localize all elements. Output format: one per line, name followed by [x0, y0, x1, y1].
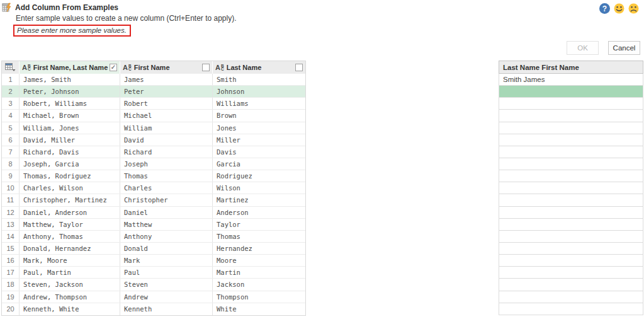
table-cell[interactable]: Andrew: [120, 291, 213, 303]
table-cell[interactable]: Thomas, Rodriguez: [20, 170, 120, 182]
example-value-cell[interactable]: Smith James: [499, 74, 643, 86]
example-value-cell[interactable]: [499, 146, 643, 158]
example-value-cell[interactable]: [499, 110, 643, 122]
table-cell[interactable]: Davis: [213, 146, 305, 158]
ok-button[interactable]: OK: [567, 41, 599, 55]
table-cell[interactable]: Donald, Hernandez: [20, 243, 120, 254]
table-cell[interactable]: Johnson: [213, 86, 305, 97]
example-value-cell[interactable]: [499, 303, 643, 315]
table-cell[interactable]: Mark: [120, 255, 213, 266]
row-number: 14: [2, 231, 20, 242]
feedback-icons: ?: [599, 3, 639, 14]
table-cell[interactable]: Robert, Williams: [20, 98, 120, 109]
table-cell[interactable]: Peter: [120, 86, 213, 97]
table-cell[interactable]: William, Jones: [20, 122, 120, 134]
example-value-cell[interactable]: [499, 291, 643, 303]
table-cell[interactable]: Jones: [213, 122, 305, 134]
table-cell[interactable]: Peter, Johnson: [20, 86, 120, 97]
table-cell[interactable]: Steven, Jackson: [20, 279, 120, 290]
example-value-cell[interactable]: [499, 231, 643, 243]
table-cell[interactable]: Kenneth, White: [20, 303, 120, 315]
table-cell[interactable]: Moore: [213, 255, 305, 266]
happy-face-icon[interactable]: [614, 3, 624, 14]
table-cell[interactable]: Richard: [120, 146, 213, 158]
table-cell[interactable]: Anderson: [213, 207, 305, 218]
table-cell[interactable]: Martin: [213, 267, 305, 278]
table-cell[interactable]: Anthony, Thomas: [20, 231, 120, 242]
column-checkbox[interactable]: [202, 64, 210, 71]
table-cell[interactable]: Matthew, Taylor: [20, 219, 120, 230]
table-cell[interactable]: Miller: [213, 134, 305, 146]
table-cell[interactable]: Joseph, Garcia: [20, 158, 120, 170]
table-cell[interactable]: Thompson: [213, 291, 305, 303]
example-value-cell[interactable]: [499, 255, 643, 267]
table-cell[interactable]: Taylor: [213, 219, 305, 230]
table-cell[interactable]: Brown: [213, 110, 305, 121]
column-checkbox[interactable]: [110, 64, 117, 71]
table-cell[interactable]: Thomas: [213, 231, 305, 242]
example-value-cell[interactable]: [499, 122, 643, 134]
example-value-cell[interactable]: [499, 182, 643, 194]
example-value-cell[interactable]: [499, 158, 643, 170]
example-value-cell[interactable]: [499, 86, 643, 98]
table-cell[interactable]: Daniel: [120, 207, 213, 218]
table-cell[interactable]: Anthony: [120, 231, 213, 242]
table-cell[interactable]: Hernandez: [213, 243, 305, 254]
table-cell[interactable]: Joseph: [120, 158, 213, 170]
table-row: 11 Christopher, Martinez Christopher Mar…: [2, 194, 305, 206]
row-number: 17: [2, 267, 20, 278]
table-cell[interactable]: Paul, Martin: [20, 267, 120, 278]
column-header[interactable]: ABC First Name: [120, 61, 213, 74]
table-row: 19 Andrew, Thompson Andrew Thompson: [2, 291, 305, 303]
table-cell[interactable]: Wilson: [213, 182, 305, 194]
table-cell[interactable]: Matthew: [120, 219, 213, 230]
table-cell[interactable]: David, Miller: [20, 134, 120, 146]
table-cell[interactable]: Andrew, Thompson: [20, 291, 120, 303]
table-cell[interactable]: Paul: [120, 267, 213, 278]
example-value-cell[interactable]: [499, 219, 643, 231]
example-value-cell[interactable]: [499, 134, 643, 146]
table-cell[interactable]: White: [213, 303, 305, 315]
help-icon[interactable]: ?: [599, 3, 610, 14]
table-cell[interactable]: Daniel, Anderson: [20, 207, 120, 218]
example-value-cell[interactable]: [499, 279, 643, 291]
table-cell[interactable]: William: [120, 122, 213, 134]
table-cell[interactable]: Kenneth: [120, 303, 213, 315]
column-header[interactable]: ABC Last Name: [213, 61, 305, 74]
table-cell[interactable]: Michael, Brown: [20, 110, 120, 121]
table-menu-button[interactable]: [2, 61, 20, 74]
table-cell[interactable]: Robert: [120, 98, 213, 109]
example-value-cell[interactable]: [499, 194, 643, 206]
cancel-button[interactable]: Cancel: [608, 41, 640, 55]
table-cell[interactable]: Charles: [120, 182, 213, 194]
example-value-cell[interactable]: [499, 98, 643, 110]
table-cell[interactable]: Garcia: [213, 158, 305, 170]
table-cell[interactable]: James, Smith: [20, 74, 120, 85]
table-cell[interactable]: Donald: [120, 243, 213, 254]
column-checkbox[interactable]: [295, 64, 303, 71]
table-cell[interactable]: Williams: [213, 98, 305, 109]
example-value-cell[interactable]: [499, 267, 643, 279]
new-column-header[interactable]: Last Name First Name: [499, 61, 643, 74]
table-cell[interactable]: Richard, Davis: [20, 146, 120, 158]
table-cell[interactable]: Rodriguez: [213, 170, 305, 182]
table-cell[interactable]: Charles, Wilson: [20, 182, 120, 194]
table-cell[interactable]: James: [120, 74, 213, 85]
example-value-cell[interactable]: [499, 170, 643, 182]
example-value-cell[interactable]: [499, 243, 643, 255]
example-value-cell[interactable]: [499, 207, 643, 219]
row-number: 11: [2, 194, 20, 206]
table-cell[interactable]: Steven: [120, 279, 213, 290]
column-header[interactable]: ABC First Name, Last Name: [20, 61, 120, 74]
table-cell[interactable]: Christopher: [120, 194, 213, 206]
table-cell[interactable]: Smith: [213, 74, 305, 85]
table-cell[interactable]: Jackson: [213, 279, 305, 290]
sad-face-icon[interactable]: [628, 3, 639, 14]
table-cell[interactable]: David: [120, 134, 213, 146]
table-cell[interactable]: Michael: [120, 110, 213, 121]
table-cell[interactable]: Christopher, Martinez: [20, 194, 120, 206]
table-cell[interactable]: Thomas: [120, 170, 213, 182]
text-type-icon: ABC: [22, 64, 31, 71]
table-cell[interactable]: Martinez: [213, 194, 305, 206]
table-cell[interactable]: Mark, Moore: [20, 255, 120, 266]
